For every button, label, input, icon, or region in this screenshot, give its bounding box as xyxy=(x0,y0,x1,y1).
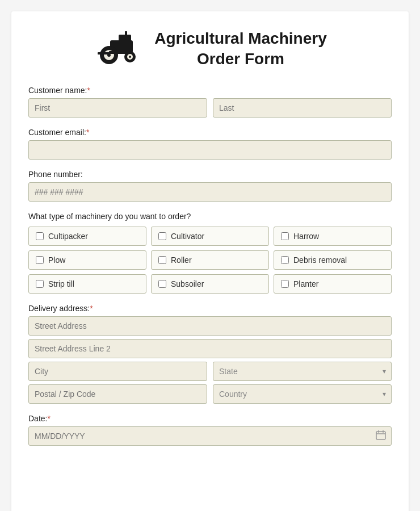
tractor-icon xyxy=(93,29,144,69)
checkbox-subsoiler[interactable] xyxy=(158,280,166,288)
checkbox-item-cultivator[interactable]: Cultivator xyxy=(151,227,269,246)
date-wrapper xyxy=(28,426,392,446)
checkbox-planter[interactable] xyxy=(281,280,289,288)
state-select-wrapper: State xyxy=(213,362,392,381)
checkbox-item-cultipacker[interactable]: Cultipacker xyxy=(28,227,146,246)
customer-email-label: Customer email:* xyxy=(28,128,392,137)
svg-rect-9 xyxy=(109,51,130,54)
checkbox-item-strip_till[interactable]: Strip till xyxy=(28,274,146,294)
checkbox-item-debris_removal[interactable]: Debris removal xyxy=(274,250,392,270)
last-name-input[interactable] xyxy=(213,98,392,118)
delivery-address-label: Delivery address:* xyxy=(28,304,392,313)
checkbox-plow[interactable] xyxy=(36,256,44,264)
country-select-wrapper: Country xyxy=(213,384,392,404)
svg-point-8 xyxy=(129,56,131,58)
checkbox-label-cultipacker: Cultipacker xyxy=(48,232,88,241)
svg-rect-2 xyxy=(125,31,127,37)
checkbox-debris_removal[interactable] xyxy=(281,256,289,264)
email-input[interactable] xyxy=(28,140,392,160)
checkbox-item-plow[interactable]: Plow xyxy=(28,250,146,270)
checkbox-harrow[interactable] xyxy=(281,232,289,240)
postal-input[interactable] xyxy=(28,384,207,404)
first-name-input[interactable] xyxy=(28,98,207,118)
phone-input[interactable] xyxy=(28,182,392,202)
checkbox-label-planter: Planter xyxy=(293,279,318,288)
customer-email-section: Customer email:* xyxy=(28,128,392,160)
phone-label: Phone number: xyxy=(28,170,392,179)
date-label: Date:* xyxy=(28,414,392,423)
delivery-address-section: Delivery address:* State Country xyxy=(28,304,392,404)
checkbox-label-strip_till: Strip till xyxy=(48,279,74,288)
date-section: Date:* xyxy=(28,414,392,446)
svg-rect-10 xyxy=(98,52,110,55)
checkbox-item-subsoiler[interactable]: Subsoiler xyxy=(151,274,269,294)
street-address-input[interactable] xyxy=(28,316,392,336)
form-container: Agricultural Machinery Order Form Custom… xyxy=(11,11,409,511)
header: Agricultural Machinery Order Form xyxy=(28,28,392,70)
checkbox-label-roller: Roller xyxy=(171,256,192,265)
checkbox-label-cultivator: Cultivator xyxy=(171,232,204,241)
country-select[interactable]: Country xyxy=(213,384,392,404)
checkbox-label-harrow: Harrow xyxy=(293,232,319,241)
checkbox-item-harrow[interactable]: Harrow xyxy=(274,227,392,246)
state-select[interactable]: State xyxy=(213,362,392,381)
checkbox-roller[interactable] xyxy=(158,256,166,264)
checkbox-item-planter[interactable]: Planter xyxy=(274,274,392,294)
machinery-section: What type of machinery do you want to or… xyxy=(28,212,392,294)
checkbox-label-plow: Plow xyxy=(48,256,65,265)
machinery-checkbox-grid: CultipackerCultivatorHarrowPlowRollerDeb… xyxy=(28,227,392,294)
date-input[interactable] xyxy=(28,426,392,446)
checkbox-cultivator[interactable] xyxy=(158,232,166,240)
checkbox-cultipacker[interactable] xyxy=(36,232,44,240)
street-address-line2-input[interactable] xyxy=(28,339,392,358)
customer-name-section: Customer name:* xyxy=(28,86,392,118)
customer-name-label: Customer name:* xyxy=(28,86,392,95)
checkbox-label-subsoiler: Subsoiler xyxy=(171,279,204,288)
machinery-label: What type of machinery do you want to or… xyxy=(28,212,392,221)
form-title: Agricultural Machinery Order Form xyxy=(154,28,326,70)
checkbox-strip_till[interactable] xyxy=(36,280,44,288)
checkbox-item-roller[interactable]: Roller xyxy=(151,250,269,270)
phone-section: Phone number: xyxy=(28,170,392,202)
city-input[interactable] xyxy=(28,362,207,381)
checkbox-label-debris_removal: Debris removal xyxy=(293,256,347,265)
